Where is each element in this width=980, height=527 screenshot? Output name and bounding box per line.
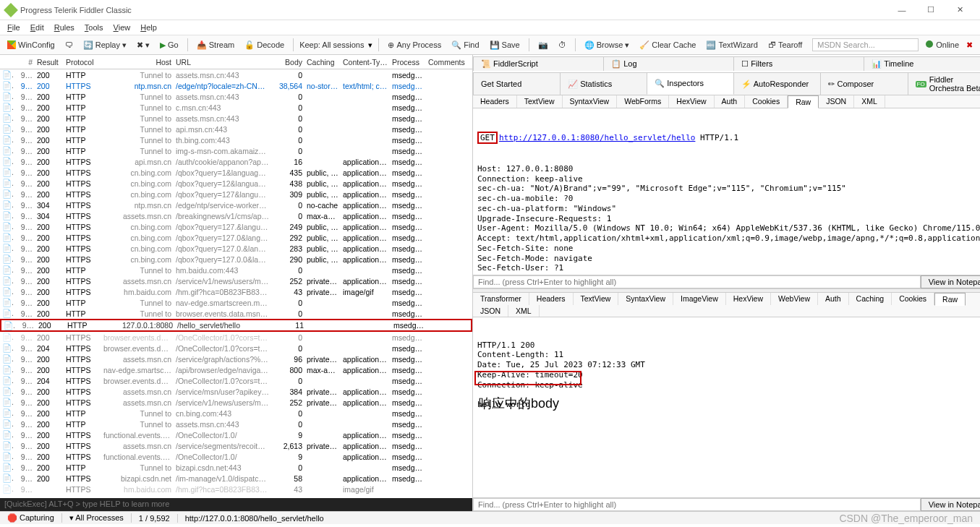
session-row[interactable]: 📄9…200HTTPSassets.msn.cn/service/v1/news… [0, 275, 472, 286]
request-tab-auth[interactable]: Auth [715, 95, 746, 108]
session-row[interactable]: 📄9…200HTTPShm.baidu.com/hm.gif?hca=0B823… [0, 286, 472, 297]
session-row[interactable]: 📄9…200HTTPScn.bing.com/qbox?query=1&lang… [0, 167, 472, 178]
request-url-link[interactable]: http://127.0.0.1:8080/hello_servlet/hell… [499, 133, 696, 142]
session-row[interactable]: 📄9…200HTTPTunnel toth.bing.com:4430msedg… [0, 134, 472, 145]
response-find-input[interactable] [473, 498, 921, 511]
session-row[interactable]: 📄9…200HTTPTunnel toimg-s-msn-com.akamaiz… [0, 145, 472, 156]
menu-file[interactable]: FFileile [7, 23, 20, 32]
close-button[interactable]: ✕ [945, 2, 974, 17]
timer-button[interactable]: ⏱ [555, 39, 569, 51]
response-tab-webview[interactable]: WebView [771, 293, 818, 305]
response-tab-textview[interactable]: TextView [574, 293, 619, 305]
browse-button[interactable]: 🌐 Browse ▾ [581, 39, 633, 51]
capturing-status[interactable]: 🛑 Capturing [0, 513, 62, 523]
comment-button[interactable]: 🗨 [62, 39, 76, 51]
request-tab-syntaxview[interactable]: SyntaxView [563, 95, 618, 108]
request-tab-xml[interactable]: XML [854, 95, 885, 108]
request-tab-raw[interactable]: Raw [788, 95, 819, 108]
session-row[interactable]: 📄9…200HTTPSassets.msn.cn/service/segment… [0, 440, 472, 451]
tearoff-button[interactable]: 🗗 Tearoff [765, 39, 805, 51]
session-row[interactable]: 📄9…200HTTPScn.bing.com/qbox?query=127.0.… [0, 243, 472, 254]
session-row[interactable]: 📄9…200HTTPScn.bing.com/qbox?query=127&la… [0, 189, 472, 200]
session-row[interactable]: 📄9…200HTTPScn.bing.com/qbox?query=127.0&… [0, 232, 472, 243]
session-row[interactable]: 📄9…200HTTPSbizapi.csdn.net/im-manage/v1.… [0, 473, 472, 484]
online-status[interactable]: Online [926, 40, 959, 49]
go-button[interactable]: ▶ Go [157, 39, 182, 51]
tab-inspectors[interactable]: 🔍 Inspectors [647, 72, 734, 95]
tab-get-started[interactable]: Get Started [473, 72, 561, 95]
response-tab-imageview[interactable]: ImageView [673, 293, 726, 305]
session-row[interactable]: 📄9…200HTTPScn.bing.com/qbox?query=12&lan… [0, 178, 472, 189]
minimize-button[interactable]: — [887, 3, 916, 17]
maximize-button[interactable]: ☐ [916, 2, 945, 17]
decode-button[interactable]: 🔓 Decode [242, 39, 287, 51]
session-row[interactable]: 📄9…200HTTPScn.bing.com/qbox?query=127.&l… [0, 221, 472, 232]
remove-button[interactable]: ✖ ▾ [134, 39, 153, 51]
session-row[interactable]: 📄9…200HTTPSfunctional.events.d…/OneColle… [0, 429, 472, 440]
session-row[interactable]: 📄9…200HTTPSnav-edge.smartscr…/api/browse… [0, 364, 472, 375]
grid-header[interactable]: # Result Protocol Host URL Body Caching … [0, 55, 472, 69]
session-row[interactable]: 📄9…200HTTPSassets.msn.cn/service/v1/news… [0, 397, 472, 408]
any-process-button[interactable]: ⊕ Any Process [385, 39, 444, 51]
request-tab-webforms[interactable]: WebForms [617, 95, 669, 108]
response-tab-json[interactable]: JSON [473, 305, 508, 317]
request-tab-cookies[interactable]: Cookies [745, 95, 788, 108]
tab-timeline[interactable]: 📊 Timeline [864, 56, 980, 71]
response-tab-headers[interactable]: Headers [529, 293, 574, 305]
response-tab-syntaxview[interactable]: SyntaxView [618, 293, 673, 305]
menu-view[interactable]: View [114, 23, 131, 32]
tab-fiddlerscript[interactable]: 📜 FiddlerScript [473, 56, 604, 71]
session-row[interactable]: 📄9…200HTTPSbrowser.events.dat…/OneCollec… [0, 332, 472, 343]
request-raw-view[interactable]: GEThttp://127.0.0.1:8080/hello_servlet/h… [473, 108, 980, 275]
response-tab-caching[interactable]: Caching [849, 293, 892, 305]
tab-fiddler-orchestra-beta[interactable]: FO Fiddler Orchestra Beta [908, 72, 980, 95]
session-row[interactable]: 📄9…200HTTPTunnel tobizapi.csdn.net:4430m… [0, 462, 472, 473]
session-row[interactable]: 📄9…304HTTPSassets.msn.cn/breakingnews/v1… [0, 210, 472, 221]
session-row[interactable]: 📄9…200HTTPTunnel tobrowser.events.data.m… [0, 308, 472, 319]
tab-filters[interactable]: ☐ Filters [733, 56, 864, 71]
session-row[interactable]: 📄9…304HTTPSntp.msn.cn/edge/ntp/service-w… [0, 200, 472, 210]
response-tab-raw[interactable]: Raw [934, 293, 966, 306]
textwizard-button[interactable]: 🔤 TextWizard [703, 39, 760, 51]
response-tab-auth[interactable]: Auth [818, 293, 849, 305]
session-row[interactable]: 📄9…200HTTPSfunctional.events.d…/OneColle… [0, 451, 472, 462]
session-row[interactable]: 📄9…200HTTPTunnel toapi.msn.cn:4430msedg… [0, 124, 472, 134]
session-row[interactable]: 📄9…200HTTPTunnel toassets.msn.cn:4430mse… [0, 419, 472, 429]
clear-cache-button[interactable]: 🧹 Clear Cache [636, 39, 699, 51]
save-button[interactable]: 💾 Save [487, 39, 523, 51]
session-row[interactable]: 📄9…200HTTPScn.bing.com/qbox?query=127.0.… [0, 254, 472, 265]
tab-autoresponder[interactable]: ⚡ AutoResponder [733, 72, 821, 95]
menu-edit[interactable]: Edit [30, 23, 44, 32]
screenshot-button[interactable]: 📷 [535, 39, 551, 51]
menu-help[interactable]: Help [140, 23, 157, 32]
keep-sessions-dropdown[interactable]: Keep: All sessions [299, 40, 364, 49]
session-row[interactable]: 📄9…200HTTPSassets.msn.cn/service/graph/a… [0, 354, 472, 364]
request-tab-headers[interactable]: Headers [473, 95, 517, 108]
response-tab-cookies[interactable]: Cookies [892, 293, 934, 305]
response-tab-transformer[interactable]: Transformer [473, 293, 529, 305]
request-tab-json[interactable]: JSON [819, 95, 854, 108]
session-row[interactable]: 📄9…200HTTPTunnel tohm.baidu.com:4430msed… [0, 265, 472, 275]
msdn-search-input[interactable]: MSDN Search... [812, 38, 919, 51]
menu-rules[interactable]: Rules [54, 23, 74, 32]
session-row[interactable]: 📄9…204HTTPSbrowser.events.dat…/OneCollec… [0, 343, 472, 354]
session-row[interactable]: 📄9…HTTPShm.baidu.com/hm.gif?hca=0B823FB8… [0, 484, 472, 494]
response-raw-view[interactable]: HTTP/1.1 200 Content-Length: 11 Date: Tu… [473, 317, 980, 497]
find-button[interactable]: 🔍 Find [448, 39, 482, 51]
toolbar-close-button[interactable]: ✖ [963, 39, 976, 51]
session-row[interactable]: 📄9…200HTTPTunnel toassets.msn.cn:4430mse… [0, 113, 472, 124]
quickexec-bar[interactable]: [QuickExec] ALT+Q > type HELP to learn m… [0, 498, 472, 511]
request-tab-textview[interactable]: TextView [517, 95, 563, 108]
request-find-input[interactable] [473, 275, 921, 288]
process-filter-status[interactable]: ▾ All Processes [62, 513, 132, 523]
response-notepad-button[interactable]: View in Notepad [921, 498, 980, 511]
tab-statistics[interactable]: 📈 Statistics [560, 72, 647, 95]
stream-button[interactable]: 📥 Stream [194, 39, 237, 51]
session-row[interactable]: 📄9…200HTTPTunnel toc.msn.cn:4430msedg… [0, 102, 472, 113]
session-row[interactable]: 📄9…200HTTPTunnel toassets.msn.cn:4430mse… [0, 69, 472, 80]
menu-tools[interactable]: Tools [85, 23, 103, 32]
request-notepad-button[interactable]: View in Notepad [921, 275, 980, 288]
session-row[interactable]: 📄9…200HTTP127.0.0.1:8080/hello_servlet/h… [0, 319, 472, 332]
session-row[interactable]: 📄9…200HTTPTunnel toassets.msn.cn:4430mse… [0, 91, 472, 102]
session-row[interactable]: 📄9…204HTTPSbrowser.events.dat…/OneCollec… [0, 375, 472, 386]
